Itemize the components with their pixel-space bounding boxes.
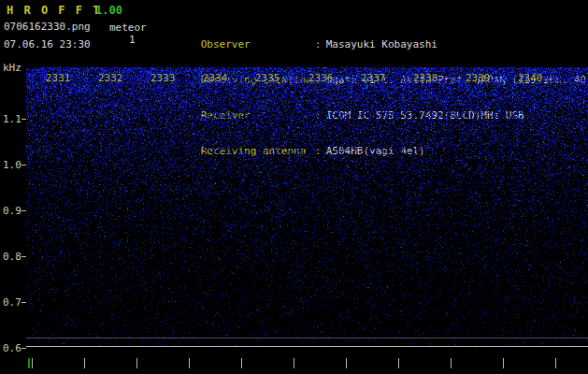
timestamp: 07.06.16 23:30 xyxy=(4,38,91,50)
minute-tick xyxy=(84,358,85,368)
info-value: Masayuki Kobayashi xyxy=(326,39,437,50)
freq-axis-label: 0.6 xyxy=(3,342,22,354)
info-row-observer: Observer:Masayuki Kobayashi xyxy=(164,28,586,39)
mode-label: meteor xyxy=(109,22,147,34)
minute-tick xyxy=(451,358,452,368)
time-axis-label: 2334 xyxy=(203,72,228,84)
time-axis-label: 2333 xyxy=(151,72,176,84)
time-axis-label: 2337 xyxy=(361,72,386,84)
time-axis-label: 2331 xyxy=(46,72,71,84)
freq-axis-tick xyxy=(22,302,26,303)
output-filename: 0706162330.png xyxy=(4,21,91,33)
time-axis-label: 2339 xyxy=(466,72,491,84)
freq-axis-label: 0.7 xyxy=(3,296,22,309)
minute-tick xyxy=(398,358,399,368)
minute-tick xyxy=(294,358,294,368)
freq-axis-tick xyxy=(22,165,26,165)
freq-axis-label: 0.9 xyxy=(3,205,22,217)
time-axis-label: 2340 xyxy=(518,72,543,84)
minute-tick xyxy=(241,358,242,368)
signal-baseline xyxy=(26,346,588,347)
minute-tick xyxy=(189,358,190,368)
freq-axis-label: 1.1 xyxy=(3,113,22,125)
minute-tick xyxy=(503,358,504,368)
freq-axis-tick xyxy=(22,119,26,120)
time-axis-label: 2332 xyxy=(98,72,123,84)
time-axis-label: 2335 xyxy=(255,72,280,84)
freq-unit-label: kHz xyxy=(3,62,22,74)
minute-tick xyxy=(555,358,556,368)
minute-tick xyxy=(136,358,137,368)
freq-axis-label: 1.0 xyxy=(3,159,22,171)
freq-axis-label: 0.8 xyxy=(3,251,22,263)
minute-tick xyxy=(346,358,347,368)
meteor-count: 1 xyxy=(129,34,136,46)
app-title: H R O F F T xyxy=(7,4,101,17)
app-version: 1.00 xyxy=(95,4,122,17)
info-label: Observer xyxy=(201,39,315,50)
spectrogram-canvas xyxy=(26,67,588,346)
info-colon: : xyxy=(315,39,326,50)
time-axis-label: 2338 xyxy=(413,72,438,84)
freq-axis-tick xyxy=(22,348,26,349)
current-time-marker xyxy=(28,358,30,368)
freq-axis-tick xyxy=(22,210,26,211)
time-axis-label: 2336 xyxy=(308,72,334,84)
hrofft-screen: H R O F F T 1.00 0706162330.png meteor 1… xyxy=(0,0,588,374)
minute-tick xyxy=(32,358,33,368)
level-graph-trace xyxy=(26,338,588,338)
freq-axis-tick xyxy=(22,256,26,257)
